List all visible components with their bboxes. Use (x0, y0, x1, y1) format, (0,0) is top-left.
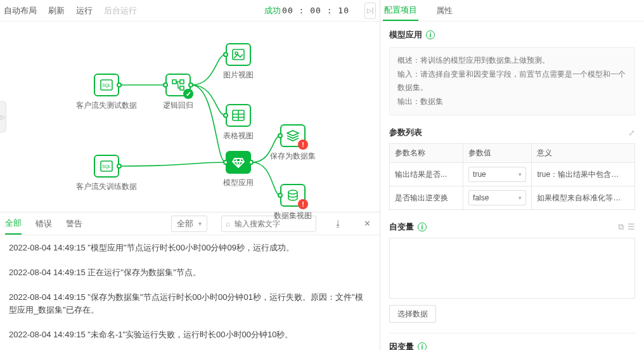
run-status: 成功 00 : 00 : 10 (264, 5, 349, 16)
node-train-data[interactable]: SQL 客户流失训练数据 (79, 155, 134, 192)
flow-canvas[interactable]: ▷ SQL 客户流失测试数据 ✓ 逻辑回归 (0, 22, 380, 212)
status-time: 00 : 00 : 10 (282, 6, 349, 15)
close-icon[interactable]: ✕ (359, 216, 375, 231)
svg-text:SQL: SQL (102, 164, 111, 169)
info-icon[interactable]: i (418, 223, 427, 231)
info-icon[interactable]: i (426, 30, 435, 39)
log-row: 2022-08-04 14:49:15 "未命名-1"实验运行失败，运行时长00… (9, 328, 371, 342)
ivar-title: 自变量 (389, 221, 414, 233)
node-save-dataset[interactable]: ! 保存为数据集 (266, 124, 320, 162)
select-data-button[interactable]: 选择数据 (389, 305, 436, 323)
cell-mean: 如果模型来自标准化等数据变换... (537, 193, 626, 204)
node-table-view[interactable]: 表格视图 (211, 104, 266, 141)
section-model-apply: 模型应用 i (389, 29, 635, 41)
auto-layout-button[interactable]: 自动布局 (4, 5, 37, 16)
search-icon: ⌕ (226, 219, 231, 228)
help-output: 输出：数据集 (397, 95, 627, 109)
help-desc: 概述：将训练的模型应用到数据集上做预测。 (397, 54, 627, 68)
node-label: 模型应用 (223, 178, 254, 188)
collapse-left-icon[interactable]: ▷ (0, 101, 6, 133)
node-label: 保存为数据集 (270, 151, 316, 162)
flow-icon (172, 79, 184, 91)
log-filter-select[interactable]: 全部▾ (171, 216, 207, 232)
param-title: 参数列表 (389, 127, 422, 138)
chevron-down-icon: ▾ (518, 195, 522, 201)
refresh-button[interactable]: 刷新 (48, 5, 65, 16)
node-dataset-view[interactable]: ! 数据集视图 (266, 184, 320, 221)
dvar-title: 因变量 (389, 341, 414, 350)
log-tab-error[interactable]: 错误 (35, 212, 52, 235)
check-icon: ✓ (183, 89, 193, 99)
tab-config[interactable]: 配置项目 (383, 0, 418, 21)
cell-mean: true：输出结果中包含输入数据... (537, 169, 626, 180)
error-icon: ! (298, 199, 308, 209)
node-label: 客户流失训练数据 (76, 181, 137, 192)
sql-icon: SQL (100, 160, 113, 172)
diamond-icon (232, 157, 245, 168)
list-icon[interactable]: ☰ (628, 222, 635, 232)
layers-icon (287, 130, 299, 141)
bg-run-button: 后台运行 (104, 5, 137, 16)
collapse-right-icon[interactable]: ▷| (364, 3, 376, 19)
node-model-apply[interactable]: 模型应用 (211, 151, 266, 188)
run-button[interactable]: 运行 (76, 5, 93, 16)
param-value-select[interactable]: false▾ (468, 190, 526, 205)
node-label: 逻辑回归 (163, 100, 193, 111)
image-icon (232, 49, 245, 60)
status-label: 成功 (264, 5, 281, 16)
node-label: 客户流失测试数据 (76, 100, 137, 111)
log-row: 2022-08-04 14:49:15 "保存为数据集"节点运行时长00小时00… (9, 291, 371, 318)
chevron-down-icon: ▾ (198, 220, 202, 227)
help-input: 输入：请选择自变量和因变量字段，前置节点需要是一个模型和一个数据集。 (397, 68, 627, 95)
help-box: 概述：将训练的模型应用到数据集上做预测。 输入：请选择自变量和因变量字段，前置节… (389, 47, 635, 115)
copy-icon[interactable]: ⧉ (618, 222, 624, 232)
dvar-title-wrap: 因变量 i (389, 341, 635, 350)
table-icon (232, 110, 245, 121)
sql-icon: SQL (100, 79, 113, 91)
table-row: 输出结果是否... true▾ true：输出结果中包含输入数据... (390, 163, 635, 186)
log-panel: 全部 错误 警告 全部▾ ⌕ ⭳ ✕ 2022-08-04 14:49:15 "… (0, 212, 380, 350)
svg-point-10 (288, 190, 297, 194)
canvas-toolbar: 自动布局 刷新 运行 后台运行 成功 00 : 00 : 10 ▷| (0, 0, 380, 22)
node-label: 表格视图 (223, 131, 254, 141)
th-val: 参数值 (463, 144, 532, 163)
param-value-select[interactable]: true▾ (468, 167, 526, 182)
info-icon[interactable]: i (418, 342, 427, 350)
param-table: 参数名称 参数值 意义 输出结果是否... true▾ true：输出结果中包含… (389, 143, 635, 210)
error-icon: ! (298, 139, 308, 150)
svg-point-6 (235, 52, 238, 55)
ivar-title-wrap: 自变量 i (389, 221, 427, 233)
cell-name: 是否输出逆变换 (395, 193, 458, 204)
cell-name: 输出结果是否... (395, 169, 458, 180)
filter-value: 全部 (177, 218, 193, 230)
log-tab-all[interactable]: 全部 (5, 212, 22, 235)
log-row: 2022-08-04 14:49:15 正在运行"保存为数据集"节点。 (9, 266, 371, 280)
th-name: 参数名称 (390, 144, 463, 163)
section-title-text: 模型应用 (389, 29, 422, 41)
database-icon (287, 190, 299, 201)
node-label: 数据集视图 (274, 211, 312, 221)
tab-attr[interactable]: 属性 (435, 0, 454, 21)
node-image-view[interactable]: 图片视图 (211, 43, 266, 81)
th-mean: 意义 (532, 144, 635, 163)
log-tab-warn[interactable]: 警告 (66, 212, 82, 235)
combo-value: false (473, 193, 489, 202)
log-list: 2022-08-04 14:49:15 "模型应用"节点运行时长00小时00分钟… (0, 235, 380, 350)
svg-text:SQL: SQL (102, 83, 111, 88)
svg-rect-2 (172, 80, 176, 84)
ivar-box[interactable] (389, 238, 635, 299)
table-row: 是否输出逆变换 false▾ 如果模型来自标准化等数据变换... (390, 186, 635, 210)
chevron-down-icon: ▾ (518, 171, 522, 178)
log-row: 2022-08-04 14:49:15 "模型应用"节点运行时长00小时00分钟… (9, 242, 371, 255)
expand-icon[interactable]: ⤢ (628, 128, 635, 138)
node-logic[interactable]: ✓ 逻辑回归 (151, 74, 205, 111)
download-icon[interactable]: ⭳ (330, 216, 345, 231)
combo-value: true (473, 170, 486, 179)
flow-edges (0, 22, 380, 212)
node-test-data[interactable]: SQL 客户流失测试数据 (79, 74, 134, 111)
node-label: 图片视图 (223, 70, 254, 81)
svg-rect-4 (180, 86, 184, 90)
svg-rect-3 (180, 80, 184, 84)
